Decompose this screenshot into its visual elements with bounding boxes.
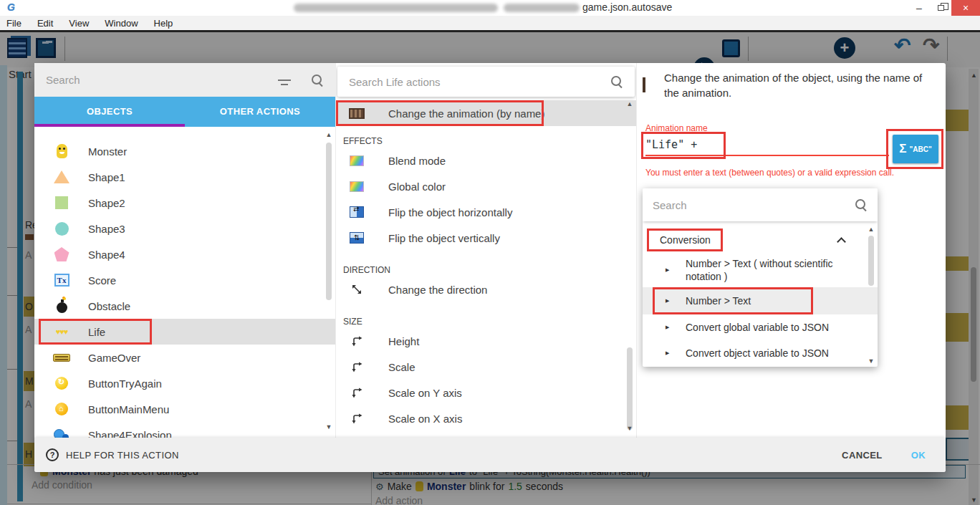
global-color-icon (348, 178, 365, 195)
action-item[interactable]: Scale on Y axis (336, 380, 636, 405)
chevron-up-icon[interactable] (837, 237, 846, 246)
action-item[interactable]: Scale on X axis (336, 405, 636, 431)
objects-search-bar (34, 63, 335, 97)
active-tab-underline (34, 124, 185, 127)
resize-icon (348, 358, 365, 375)
picker-item[interactable]: Convert global variable to JSON (643, 314, 878, 340)
list-item[interactable]: ButtonTryAgain (34, 370, 335, 396)
resize-icon (348, 410, 365, 427)
list-item-life-selected[interactable]: Life (34, 319, 335, 345)
scrollbar-thumb[interactable] (868, 236, 874, 286)
circle-icon (52, 219, 71, 238)
search-icon[interactable] (610, 75, 623, 88)
menu-help[interactable]: Help (154, 18, 173, 29)
section-header: DIRECTION (336, 255, 636, 276)
close-button[interactable]: × (951, 0, 980, 16)
retry-button-icon (52, 374, 71, 393)
picker-item[interactable]: Convert object variable to JSON (643, 340, 878, 366)
triangle-bullet-icon[interactable] (666, 264, 669, 276)
list-item[interactable]: Score (34, 267, 335, 293)
actions-scrollbar[interactable]: ▲ ▼ (625, 100, 634, 432)
restore-button[interactable] (930, 0, 951, 16)
scroll-up-icon[interactable]: ▲ (867, 226, 875, 233)
actions-search-bar (337, 67, 635, 97)
picker-item[interactable]: Number > Text ( without scientific notat… (643, 253, 878, 287)
title-redacted-text (294, 4, 498, 12)
action-item[interactable]: Width (336, 431, 636, 438)
scroll-down-icon[interactable]: ▼ (867, 357, 875, 365)
scrollbar-thumb[interactable] (326, 143, 332, 300)
action-item-selected[interactable]: Change the animation (by name) (336, 100, 636, 126)
help-icon[interactable] (46, 448, 59, 461)
picker-list: Conversion Number > Text ( without scien… (643, 221, 878, 366)
tab-objects[interactable]: OBJECTS (34, 97, 185, 127)
actions-panel: Change the animation (by name) EFFECTS B… (335, 63, 636, 438)
film-icon (643, 79, 645, 92)
banner-icon (52, 348, 71, 367)
direction-arrow-icon (348, 281, 365, 298)
picker-item-selected[interactable]: Number > Text (643, 287, 878, 314)
sigma-icon: Σ (899, 142, 906, 156)
menu-edit[interactable]: Edit (37, 18, 53, 29)
action-item[interactable]: Scale (336, 354, 636, 380)
action-item[interactable]: Change the direction (336, 276, 636, 302)
menu-file[interactable]: File (6, 18, 21, 29)
action-item[interactable]: Flip the object vertically (336, 225, 636, 251)
blend-mode-icon (348, 152, 365, 169)
triangle-bullet-icon[interactable] (666, 321, 669, 334)
list-item[interactable]: Shape1 (34, 164, 335, 190)
actions-search-input[interactable] (349, 76, 610, 88)
search-icon[interactable] (311, 74, 324, 87)
filter-icon[interactable] (278, 80, 291, 81)
picker-scrollbar[interactable]: ▲ ▼ (867, 226, 875, 365)
cancel-button[interactable]: CANCEL (842, 450, 883, 461)
picker-search-input[interactable] (653, 199, 855, 211)
actions-list: Change the animation (by name) EFFECTS B… (336, 63, 636, 438)
scroll-up-icon[interactable]: ▲ (625, 100, 634, 107)
action-item[interactable]: Flip the object horizontally (336, 199, 636, 225)
menu-window[interactable]: Window (105, 18, 138, 29)
list-item[interactable]: ButtonMainMenu (34, 396, 335, 422)
title-bar: G game.json.autosave – × (0, 0, 980, 16)
animation-name-input[interactable] (645, 135, 889, 156)
monster-icon (52, 142, 71, 160)
list-item[interactable]: Obstacle (34, 293, 335, 319)
list-item[interactable]: Shape3 (34, 216, 335, 241)
list-item[interactable]: Shape4Explosion (34, 422, 335, 438)
scroll-down-icon[interactable]: ▼ (625, 425, 634, 432)
list-item[interactable]: GameOver (34, 345, 335, 370)
search-icon[interactable] (855, 198, 868, 211)
resize-icon (348, 332, 365, 350)
list-item[interactable]: Shape4 (34, 241, 335, 267)
action-item[interactable]: Blend mode (336, 148, 636, 173)
picker-group-conversion[interactable]: Conversion (643, 227, 878, 253)
ok-button[interactable]: OK (911, 450, 926, 461)
hearts-icon (52, 322, 71, 341)
expression-picker: Conversion Number > Text ( without scien… (643, 188, 878, 367)
scroll-down-icon[interactable]: ▼ (325, 423, 333, 431)
triangle-bullet-icon[interactable] (666, 294, 669, 307)
triangle-bullet-icon[interactable] (666, 347, 669, 360)
objects-scrollbar[interactable]: ▲ ▼ (325, 131, 333, 431)
film-icon (348, 105, 365, 122)
explosion-icon (52, 425, 71, 438)
menu-view[interactable]: View (69, 18, 89, 29)
action-item[interactable]: Global color (336, 173, 636, 199)
objects-tabs: OBJECTS OTHER ACTIONS (34, 97, 335, 127)
home-button-icon (52, 400, 71, 418)
restore-icon (938, 5, 944, 11)
tab-other-actions[interactable]: OTHER ACTIONS (185, 97, 335, 127)
scroll-up-icon[interactable]: ▲ (325, 131, 333, 138)
expression-editor-button[interactable]: Σ "ABC" (893, 135, 938, 163)
action-item[interactable]: Height (336, 328, 636, 354)
help-link[interactable]: HELP FOR THIS ACTION (66, 450, 179, 461)
scrollbar-thumb[interactable] (627, 347, 633, 430)
list-item[interactable]: Monster (34, 138, 335, 164)
menu-bar: File Edit View Window Help (0, 16, 980, 30)
dialog-footer: HELP FOR THIS ACTION CANCEL OK (34, 438, 946, 472)
square-icon (52, 193, 71, 212)
objects-search-input[interactable] (46, 74, 268, 86)
text-object-icon (52, 271, 71, 289)
minimize-button[interactable]: – (908, 0, 930, 16)
list-item[interactable]: Shape2 (34, 190, 335, 216)
